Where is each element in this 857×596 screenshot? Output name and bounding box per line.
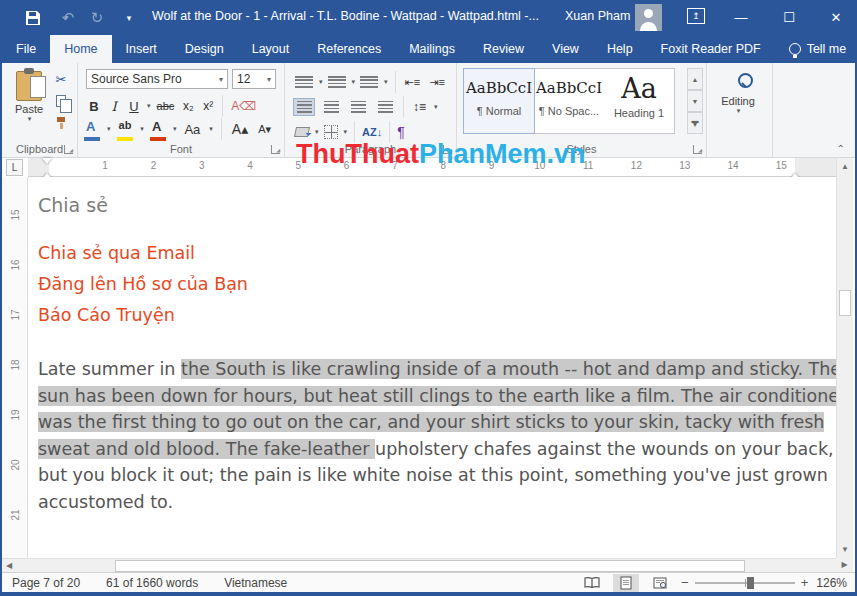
paste-dropdown-icon[interactable]: ▾ bbox=[9, 115, 50, 123]
editing-button[interactable]: Editing ▾ bbox=[715, 69, 761, 115]
bold-button[interactable]: B bbox=[86, 96, 102, 116]
tab-file[interactable]: File bbox=[2, 35, 50, 63]
tab-mailings[interactable]: Mailings bbox=[395, 35, 469, 63]
zoom-in-button[interactable]: + bbox=[801, 575, 809, 590]
zoom-slider-handle[interactable] bbox=[747, 577, 754, 589]
change-case-dropdown-icon[interactable]: ▾ bbox=[209, 125, 213, 133]
numbering-dropdown-icon[interactable]: ▾ bbox=[352, 78, 356, 86]
strikethrough-button[interactable]: abc bbox=[155, 96, 177, 116]
language-indicator[interactable]: Vietnamese bbox=[224, 576, 287, 590]
align-left-button[interactable] bbox=[293, 98, 315, 116]
minimize-button[interactable]: — bbox=[718, 0, 764, 35]
page-indicator[interactable]: Page 7 of 20 bbox=[12, 576, 80, 590]
format-painter-button[interactable] bbox=[52, 115, 70, 131]
tab-layout[interactable]: Layout bbox=[238, 35, 304, 63]
increase-indent-button[interactable]: ⇥≡ bbox=[427, 72, 447, 92]
styles-scroll-up-icon[interactable]: ▲ bbox=[687, 68, 703, 90]
font-color-button[interactable]: A bbox=[150, 119, 166, 139]
bullets-icon[interactable] bbox=[295, 76, 313, 88]
link-post-profile[interactable]: Đăng lên Hồ sơ của Bạn bbox=[38, 274, 248, 294]
borders-dropdown-icon[interactable]: ▾ bbox=[344, 128, 348, 136]
highlight-button[interactable]: ab bbox=[117, 119, 134, 139]
zoom-out-button[interactable]: − bbox=[681, 575, 689, 590]
scroll-down-icon[interactable]: ▼ bbox=[837, 541, 853, 558]
link-report-story[interactable]: Báo Cáo Truyện bbox=[38, 305, 175, 325]
tab-review[interactable]: Review bbox=[469, 35, 538, 63]
tab-tell-me[interactable]: Tell me bbox=[775, 35, 857, 63]
borders-icon[interactable] bbox=[324, 125, 338, 139]
grow-font-button[interactable]: A▴ bbox=[230, 119, 250, 139]
styles-more-icon[interactable]: ▬▼ bbox=[687, 112, 703, 134]
tab-view[interactable]: View bbox=[538, 35, 593, 63]
customize-qat-icon[interactable]: ▾ bbox=[120, 9, 138, 27]
avatar[interactable] bbox=[635, 4, 662, 31]
vertical-scroll-thumb[interactable] bbox=[839, 290, 851, 316]
tab-home[interactable]: Home bbox=[50, 35, 111, 63]
text-effects-button[interactable]: A bbox=[84, 119, 100, 139]
ribbon-display-options-icon[interactable]: ↥ bbox=[687, 8, 705, 24]
underline-dropdown-icon[interactable]: ▾ bbox=[147, 102, 151, 110]
numbering-icon[interactable] bbox=[328, 76, 346, 88]
show-hide-marks-button[interactable]: ¶ bbox=[397, 124, 405, 140]
copy-button[interactable] bbox=[52, 93, 70, 109]
zoom-slider[interactable]: − + bbox=[681, 575, 808, 590]
sort-button[interactable]: AZ↓ bbox=[362, 126, 382, 138]
multilevel-dropdown-icon[interactable]: ▾ bbox=[384, 78, 388, 86]
clear-formatting-button[interactable]: A⌫ bbox=[229, 96, 258, 116]
tab-design[interactable]: Design bbox=[171, 35, 238, 63]
link-share-email[interactable]: Chia sẻ qua Email bbox=[38, 243, 195, 263]
font-name-dropdown-icon[interactable]: ▾ bbox=[219, 75, 223, 84]
font-size-combo[interactable]: 12▾ bbox=[232, 69, 276, 89]
shrink-font-button[interactable]: A▾ bbox=[256, 119, 273, 139]
editing-dropdown-icon[interactable]: ▾ bbox=[716, 107, 761, 115]
clipboard-dialog-launcher-icon[interactable] bbox=[64, 145, 73, 154]
cut-button[interactable]: ✂ bbox=[52, 71, 70, 87]
bullets-dropdown-icon[interactable]: ▾ bbox=[319, 78, 323, 86]
document-page[interactable]: Chia sẻ Chia sẻ qua Email Đăng lên Hồ sơ… bbox=[28, 177, 840, 558]
tab-references[interactable]: References bbox=[303, 35, 395, 63]
styles-scroll-down-icon[interactable]: ▼ bbox=[687, 90, 703, 112]
close-button[interactable]: ✕ bbox=[813, 0, 857, 35]
decrease-indent-button[interactable]: ⇤≡ bbox=[403, 72, 423, 92]
font-name-combo[interactable]: Source Sans Pro▾ bbox=[86, 69, 228, 89]
shading-icon[interactable] bbox=[294, 127, 310, 137]
print-layout-button[interactable] bbox=[613, 574, 639, 592]
tab-foxit-reader-pdf[interactable]: Foxit Reader PDF bbox=[647, 35, 775, 63]
scroll-left-icon[interactable]: ◀ bbox=[2, 559, 16, 573]
redo-button[interactable]: ↻ bbox=[88, 9, 106, 27]
shading-dropdown-icon[interactable]: ▾ bbox=[315, 128, 319, 136]
italic-button[interactable]: I bbox=[106, 96, 122, 116]
paste-button[interactable]: Paste ▾ bbox=[8, 69, 50, 141]
save-icon[interactable] bbox=[24, 9, 42, 27]
undo-dropdown-icon[interactable]: ▾ bbox=[64, 13, 68, 22]
font-color-dropdown-icon[interactable]: ▾ bbox=[173, 125, 177, 133]
style-normal[interactable]: AaBbCcI ¶ Normal bbox=[464, 69, 534, 133]
collapse-ribbon-icon[interactable]: ⌃ bbox=[837, 143, 845, 154]
horizontal-scroll-thumb[interactable] bbox=[115, 560, 745, 572]
zoom-level[interactable]: 126% bbox=[816, 576, 847, 590]
font-size-dropdown-icon[interactable]: ▾ bbox=[267, 75, 271, 84]
underline-button[interactable]: U bbox=[126, 96, 142, 116]
line-spacing-dropdown-icon[interactable]: ▾ bbox=[434, 103, 438, 111]
subscript-button[interactable]: x₂ bbox=[180, 96, 196, 116]
multilevel-list-icon[interactable] bbox=[360, 76, 378, 88]
scroll-right-icon[interactable]: ▶ bbox=[836, 558, 853, 572]
highlight-dropdown-icon[interactable]: ▾ bbox=[140, 125, 144, 133]
scroll-up-icon[interactable]: ▲ bbox=[837, 158, 853, 175]
read-mode-button[interactable] bbox=[579, 574, 605, 592]
change-case-button[interactable]: Aa bbox=[182, 119, 202, 139]
line-spacing-button[interactable]: ↕≡ bbox=[411, 97, 428, 117]
justify-button[interactable] bbox=[374, 98, 396, 116]
web-layout-button[interactable] bbox=[647, 574, 673, 592]
align-center-button[interactable] bbox=[320, 98, 342, 116]
tab-selector[interactable]: L bbox=[6, 159, 23, 176]
style-heading1[interactable]: Aa Heading 1 bbox=[604, 69, 674, 133]
style-no-spacing[interactable]: AaBbCcI ¶ No Spac... bbox=[534, 69, 604, 133]
font-dialog-launcher-icon[interactable] bbox=[271, 145, 280, 154]
maximize-button[interactable]: ☐ bbox=[766, 0, 812, 35]
horizontal-scrollbar[interactable]: ◀ bbox=[2, 558, 836, 572]
word-count[interactable]: 61 of 1660 words bbox=[106, 576, 198, 590]
vertical-scrollbar[interactable]: ▲ ▼ bbox=[836, 158, 853, 558]
align-right-button[interactable] bbox=[347, 98, 369, 116]
styles-dialog-launcher-icon[interactable] bbox=[693, 145, 702, 154]
